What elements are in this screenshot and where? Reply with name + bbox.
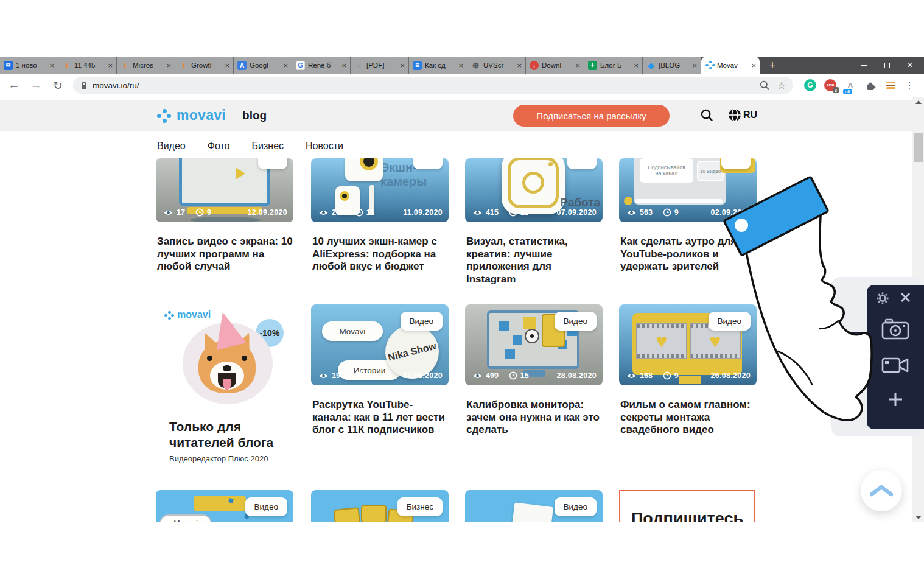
newsletter-box[interactable]: Подпишитесь [619,490,755,522]
tab-close-icon[interactable]: × [634,61,639,70]
forward-button[interactable]: → [29,79,43,92]
browser-tab[interactable]: ↓Downl× [526,57,584,74]
article-thumbnail[interactable]: Бизнес [311,490,449,522]
article-title[interactable]: 10 лучших экшн-камер с AliExpress: подбо… [312,236,449,273]
category-badge: Видео [401,312,443,331]
article-thumbnail[interactable]: Видео 499 [465,304,603,385]
article-title[interactable]: Раскрутка YouTube-канала: как в 11 лет в… [312,399,449,436]
browser-menu-icon[interactable]: ⋮ [905,80,914,91]
article-thumbnail[interactable]: Видео Movavi Истории Nika Show 196 16 31… [311,304,449,385]
article-thumbnail[interactable]: Подписывайся на канал 10 Видео 563 9 02.… [619,158,757,222]
new-tab-button[interactable]: + [765,57,780,73]
newsletter-box-title: Подпишитесь [631,510,743,522]
article-title[interactable]: Визуал, статистика, креатив: лучшие прил… [466,236,603,286]
read-time: 11 [520,208,528,217]
browser-tab[interactable]: ◆[BLOG× [643,57,701,74]
article-thumbnail[interactable]: Работа 415 11 07.09.2020 [465,158,603,222]
browser-tab[interactable]: Movav× [701,57,760,74]
zoom-page-icon[interactable] [760,80,770,91]
article-thumbnail[interactable]: Видео Movavi [156,490,293,522]
puzzle-extension-icon[interactable] [864,79,877,91]
tab-close-icon[interactable]: × [400,61,405,70]
grammarly-extension-icon[interactable]: G [804,79,816,91]
browser-tab[interactable]: AGoogl× [234,57,292,74]
tab-close-icon[interactable]: × [692,61,697,70]
scroll-to-top-button[interactable] [861,470,902,511]
browser-tab[interactable]: ⊕UVScr× [467,57,526,74]
panel-close-icon[interactable] [900,292,911,303]
adblock-extension-icon[interactable]: ADB3 [824,79,836,91]
browser-tab[interactable]: ▲[PDF]× [351,57,409,74]
burger-extension-icon[interactable] [884,79,897,91]
tab-title: 1 ново [16,61,46,69]
address-bar[interactable]: movavi.io/ru/ ☆ [73,77,793,94]
tab-close-icon[interactable]: × [517,61,522,70]
views-icon [472,373,483,379]
article-thumbnail[interactable]: Видео [465,490,603,522]
article-title[interactable]: Фильм о самом главном: секреты монтажа с… [620,399,757,436]
browser-tab[interactable]: IGrowtl× [175,57,234,74]
restore-button[interactable] [883,61,891,69]
tab-close-icon[interactable]: × [108,61,113,70]
padlock-icon [80,81,88,90]
minimize-button[interactable] [859,61,868,69]
article-title[interactable]: Как сделать аутро для YouTube-роликов и … [620,236,757,273]
tab-list: ✉1 ново×I11 445×IMicros×IGrowtl×AGoogl×G… [0,57,760,74]
read-time-icon [509,371,517,380]
truck-illustration [361,505,387,522]
browser-window: ✉1 ново×I11 445×IMicros×IGrowtl×AGoogl×G… [0,57,924,522]
publish-date: 07.09.2020 [556,208,597,217]
article-title[interactable]: Запись видео с экрана: 10 лучших програм… [157,236,293,273]
bookmark-star-icon[interactable]: ☆ [777,80,786,91]
action-camera-illustration [345,158,383,181]
category-badge: Видео [555,312,597,331]
article-stats: 563 9 02.09.2020 [626,208,751,217]
tab-close-icon[interactable]: × [283,61,288,70]
views-count: 269 [332,208,345,217]
screenshot-camera-icon[interactable] [881,318,909,340]
scrollbar-thumb[interactable] [914,133,923,162]
back-button[interactable]: ← [7,79,21,92]
tab-close-icon[interactable]: × [458,61,463,70]
browser-tab[interactable]: IMicros× [117,57,175,74]
tab-title: Downl [542,61,572,69]
promo-brand: movavi [164,309,211,320]
tab-close-icon[interactable]: × [751,61,756,70]
tab-title: Movav [717,61,748,69]
tab-close-icon[interactable]: × [225,61,229,70]
adguard-extension-icon[interactable]: Aoff [844,79,856,91]
reload-button[interactable]: ↻ [51,79,65,93]
scrollbar-up-arrow[interactable] [915,100,922,104]
browser-tab[interactable]: GRené б× [292,57,351,74]
subscribe-outro-button: Подписывайся на канал [640,158,693,183]
article-stats: 168 9 26.08.2020 [626,371,751,380]
video-record-icon[interactable] [881,356,909,375]
article-stats: 196 16 31.08.2020 [318,371,443,380]
browser-tab[interactable]: ✉1 ново× [0,57,58,74]
instagram-logo-illustration [502,158,565,214]
article-stats: 269 11 11.09.2020 [318,208,443,217]
browser-toolbar: ← → ↻ movavi.io/ru/ ☆ G ADB3 Aoff ⋮ [0,74,924,97]
views-icon [163,209,173,216]
scrollbar-down-arrow[interactable] [915,516,922,519]
article-thumbnail[interactable]: Экшн-камеры 269 11 11.09.2020 [311,158,449,222]
heart-icon: ♥ [691,329,740,353]
window-close-button[interactable]: × [906,61,914,69]
article-thumbnail[interactable]: 17 9 12.09.2020 [156,158,293,222]
tab-close-icon[interactable]: × [49,61,54,70]
add-capture-icon[interactable] [887,391,904,408]
browser-tab[interactable]: I11 445× [58,57,117,74]
sheets-favicon: + [588,61,597,70]
url-text[interactable]: movavi.io/ru/ [93,81,139,90]
capture-panel-collapse-tab[interactable] [845,332,869,380]
tab-close-icon[interactable]: × [341,61,346,70]
browser-tab[interactable]: ≡Как сд× [409,57,467,74]
settings-gear-icon[interactable] [877,292,889,304]
tab-close-icon[interactable]: × [166,61,171,70]
grid-column: Подписывайся на канал 10 Видео 563 9 02.… [619,97,757,522]
article-thumbnail[interactable]: Видео ♥ ♥ 168 9 [619,304,757,385]
tab-close-icon[interactable]: × [575,61,580,70]
article-title[interactable]: Калибровка монитора: зачем она нужна и к… [466,399,603,436]
read-time: 11 [366,208,374,217]
browser-tab[interactable]: +Блог Б× [584,57,643,74]
